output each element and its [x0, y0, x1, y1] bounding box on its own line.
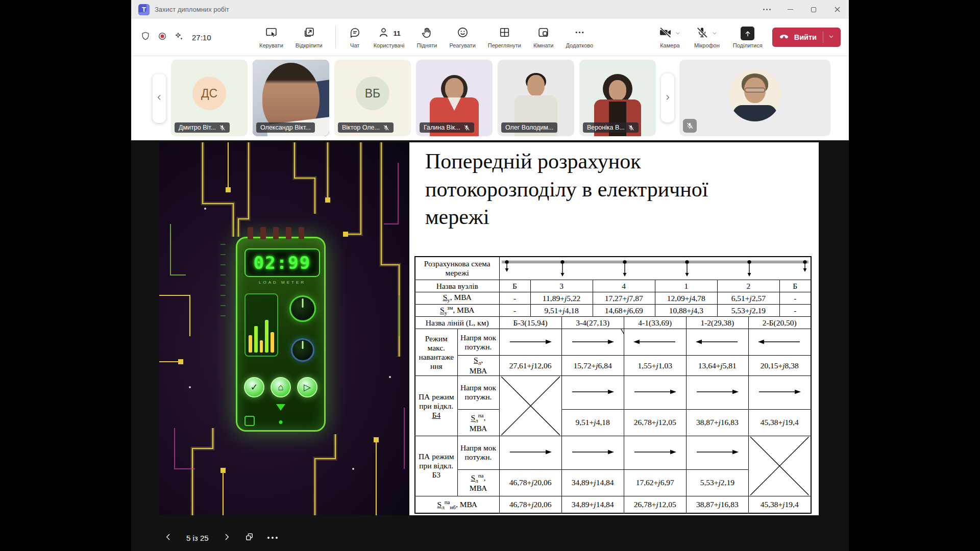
leave-chevron-icon[interactable]	[828, 33, 835, 42]
device-buttons: ✓ ⌂ ▷	[237, 377, 324, 397]
participant-name: Олександр Вікт...	[260, 124, 311, 131]
node-cell: Б	[779, 280, 811, 292]
device-triangle	[276, 404, 285, 411]
scroll-left-button[interactable]	[153, 74, 166, 123]
slide-body: Попередній розрахунок потокорозподілу в …	[409, 142, 819, 515]
tiles-row: ДСДмитро Віт...Олександр Вікт...ВБВіктор…	[171, 60, 830, 136]
participant-tile-6[interactable]: Вероніка В...	[579, 60, 656, 136]
toolbar-button-label: Переглянути	[488, 42, 521, 48]
slide-title-line: мережі	[425, 203, 708, 231]
toolbar-button-label: Додатково	[566, 42, 594, 48]
slides-overview-icon	[245, 533, 254, 543]
participant-tile-1[interactable]: ДСДмитро Віт...	[171, 60, 248, 136]
flow-value: 20,15+j8,38	[748, 356, 811, 376]
footer-value: 34,89+j14,84	[561, 496, 624, 513]
direction-label: Напря мок потужн.	[457, 376, 499, 410]
toolbar-button-mic[interactable]: Мікрофон	[691, 27, 723, 48]
equalizer-panel	[244, 293, 278, 357]
toolbar-button-manage[interactable]: Керувати	[256, 19, 287, 56]
chevron-down-icon[interactable]	[712, 29, 718, 38]
chevron-down-icon[interactable]	[675, 29, 681, 38]
toolbar-button-camera[interactable]: Камера	[655, 27, 684, 48]
participant-name-badge: Олег Володим...	[501, 122, 557, 133]
toolbar-button-label: Підняти	[416, 42, 437, 48]
power-value: 12,09+j4,78	[655, 292, 717, 305]
participant-name: Вероніка В...	[587, 124, 625, 131]
toolbar-button-label: Керувати	[259, 42, 283, 48]
toolbar-button-view[interactable]: Переглянути	[484, 19, 525, 56]
toolbar-button-chat[interactable]: Чат	[345, 19, 365, 56]
power-value: -	[499, 305, 530, 317]
toolbar-button-share[interactable]: Поділитися	[729, 27, 766, 48]
node-cell: 2	[717, 280, 779, 292]
power-row-label: Sу, МВА	[415, 292, 499, 305]
prev-slide-button[interactable]	[164, 533, 173, 543]
power-value: 10,88+j4,3	[655, 305, 717, 317]
participant-tile-3[interactable]: ВБВіктор Оле...	[334, 60, 411, 136]
popout-icon	[303, 26, 315, 41]
toolbar-button-rooms[interactable]: Кімнати	[530, 19, 557, 56]
flow-value: 46,78+j20,06	[499, 469, 561, 496]
value-label: Sл,МВА	[457, 356, 499, 376]
flow-value: 1,55+j1,03	[624, 356, 686, 376]
slide-title-line: Попередній розрахунок	[425, 147, 708, 176]
value-label: Sлпа,МВА	[457, 469, 499, 496]
flow-value: 38,87+j16,83	[686, 409, 748, 436]
flow-value: 27,61+j12,06	[499, 356, 561, 376]
record-indicator-icon	[157, 31, 167, 43]
close-button[interactable]	[825, 0, 849, 19]
participant-name: Дмитро Віт...	[179, 124, 216, 131]
direction-arrow-cell	[499, 329, 561, 356]
toolbar-right: КамераМікрофонПоділитисяВийти	[641, 19, 841, 56]
power-value: 11,89+j5,22	[530, 292, 593, 305]
line-cell: 1-2(29,38)	[686, 317, 748, 329]
minimize-button[interactable]	[778, 0, 802, 19]
toolbar-button-label: Користувачі	[374, 42, 405, 48]
maximize-button[interactable]	[802, 0, 825, 19]
scroll-right-button[interactable]	[661, 73, 674, 122]
participant-count-badge: 11	[393, 30, 400, 37]
chevron-right-icon	[223, 533, 231, 543]
value-label: Sлпа,МВА	[457, 409, 499, 436]
mode-label: ПА режим при відкл. Б3	[415, 436, 457, 496]
participant-tile-5[interactable]: Олег Володим...	[498, 60, 574, 136]
mic-off-icon	[463, 124, 470, 131]
toolbar-button-label: Чат	[350, 42, 359, 48]
toolbar-button-people[interactable]: 11Користувачі	[370, 19, 408, 56]
direction-arrow-cell	[686, 329, 748, 356]
window-more-button[interactable]	[755, 0, 778, 19]
line-cell: Б-3(15,94)	[499, 317, 561, 329]
mode-label: ПА режим при відкл. Б4	[415, 376, 457, 436]
participant-tile-4[interactable]: Галина Вік...	[416, 60, 493, 136]
line-cell: 2-Б(20,50)	[748, 317, 811, 329]
node-cell: 3	[530, 280, 593, 292]
toolbar-button-unpin[interactable]: Відкріпити	[292, 19, 326, 56]
power-value: -	[779, 292, 811, 305]
play-button-icon: ▷	[297, 377, 317, 397]
schematic-label: Розрахункова схема мережі	[415, 257, 499, 280]
participant-tile-2[interactable]: Олександр Вікт...	[253, 60, 329, 136]
toolbar-button-label: Реагувати	[449, 42, 475, 48]
chevron-left-icon	[164, 533, 173, 543]
participant-name-badge: Вероніка В...	[583, 122, 639, 133]
page-nav: 5 із 25	[164, 533, 278, 543]
leave-button[interactable]: Вийти	[772, 28, 841, 47]
next-slide-button[interactable]	[223, 533, 231, 543]
slides-overview-button[interactable]	[245, 533, 254, 543]
power-value: 17,27+j7,87	[593, 292, 655, 305]
presentation-stage: 02:99 LOAD METER ✓ ⌂ ▷	[131, 140, 849, 551]
nav-more-button[interactable]	[267, 537, 278, 539]
toolbar-button-label: Відкріпити	[296, 42, 323, 48]
toolbar-button-raise[interactable]: Підняти	[413, 19, 440, 56]
load-meter-device: 02:99 LOAD METER ✓ ⌂ ▷	[236, 237, 326, 432]
sparkles-icon[interactable]	[174, 31, 184, 43]
toolbar-button-react[interactable]: Реагувати	[446, 19, 479, 56]
more-dots-icon	[267, 537, 278, 539]
meeting-toolbar: 27:10 КеруватиВідкріпитиЧат11Користувачі…	[131, 19, 849, 56]
participant-tile-7[interactable]	[679, 60, 830, 136]
toolbar-button-more[interactable]: Додатково	[562, 19, 597, 56]
power-value: 14,68+j6,69	[593, 305, 655, 317]
leave-divider	[823, 32, 823, 43]
power-row-label: Sузм, МВА	[415, 305, 499, 317]
flow-value: 34,89+j14,84	[561, 469, 624, 496]
